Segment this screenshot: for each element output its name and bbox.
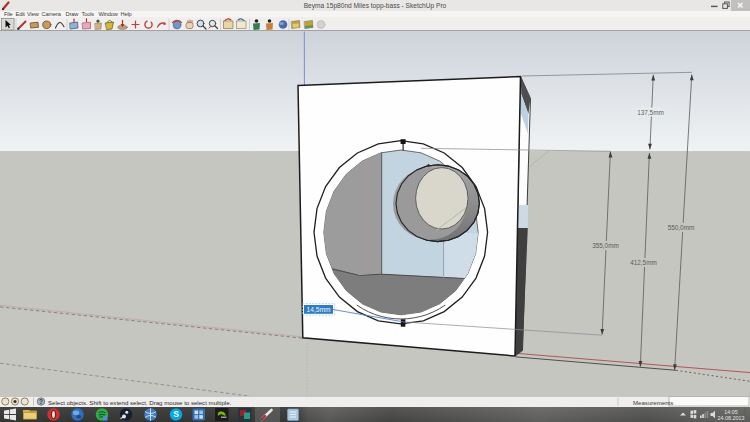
- svg-text:355,0mm: 355,0mm: [592, 242, 619, 249]
- svg-text:137,5mm: 137,5mm: [637, 109, 664, 116]
- svg-text:14,5mm: 14,5mm: [307, 306, 331, 313]
- svg-text:S: S: [173, 409, 179, 419]
- svg-text:550,0mm: 550,0mm: [668, 224, 695, 231]
- svg-text:412,5mm: 412,5mm: [630, 259, 657, 266]
- svg-text:?: ?: [39, 398, 43, 405]
